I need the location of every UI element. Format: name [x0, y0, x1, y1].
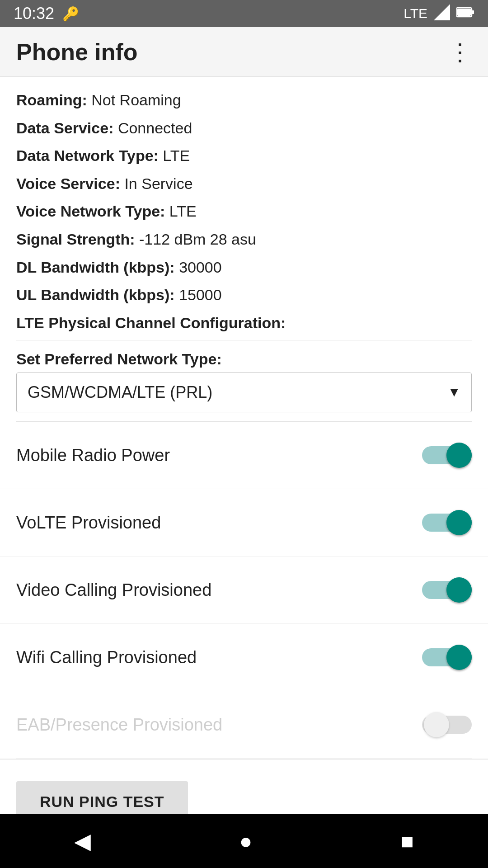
- signal-strength-row: Signal Strength: -112 dBm 28 asu: [16, 229, 472, 250]
- voice-service-row: Voice Service: In Service: [16, 173, 472, 195]
- app-bar: Phone info ⋮: [0, 27, 488, 77]
- mobile-radio-power-label: Mobile Radio Power: [16, 446, 170, 465]
- svg-rect-3: [472, 10, 474, 14]
- status-bar-left: 10:32 🔑: [14, 4, 79, 23]
- preferred-network-dropdown[interactable]: GSM/WCDMA/LTE (PRL) ▼: [16, 373, 472, 412]
- button-section: RUN PING TEST: [0, 759, 488, 814]
- dropdown-arrow-icon: ▼: [448, 385, 460, 400]
- wifi-calling-toggle[interactable]: [422, 644, 472, 671]
- video-calling-thumb: [446, 577, 472, 603]
- eab-presence-label: EAB/Presence Provisioned: [16, 715, 222, 735]
- video-calling-toggle[interactable]: [422, 576, 472, 604]
- data-service-row: Data Service: Connected: [16, 118, 472, 139]
- eab-presence-toggle[interactable]: [422, 711, 472, 738]
- voice-service-label: Voice Service:: [16, 175, 124, 192]
- voice-network-type-label: Voice Network Type:: [16, 203, 169, 220]
- home-button[interactable]: ●: [239, 829, 252, 854]
- wifi-calling-label: Wifi Calling Provisioned: [16, 648, 197, 667]
- ul-bandwidth-row: UL Bandwidth (kbps): 15000: [16, 284, 472, 306]
- volte-provisioned-label: VoLTE Provisioned: [16, 513, 161, 533]
- preferred-network-label: Set Preferred Network Type:: [0, 340, 488, 373]
- overflow-menu-icon[interactable]: ⋮: [448, 40, 472, 64]
- status-bar: 10:32 🔑 LTE: [0, 0, 488, 27]
- roaming-value: Not Roaming: [91, 91, 181, 108]
- voice-network-type-row: Voice Network Type: LTE: [16, 201, 472, 222]
- lte-indicator: LTE: [404, 6, 427, 21]
- data-network-type-row: Data Network Type: LTE: [16, 145, 472, 167]
- page-title: Phone info: [16, 38, 138, 66]
- svg-marker-1: [434, 16, 438, 20]
- video-calling-label: Video Calling Provisioned: [16, 580, 211, 600]
- dl-bandwidth-row: DL Bandwidth (kbps): 30000: [16, 257, 472, 278]
- data-service-label: Data Service:: [16, 119, 118, 137]
- recents-button[interactable]: ■: [401, 829, 414, 854]
- svg-rect-4: [457, 9, 471, 16]
- toggle-row-video-calling: Video Calling Provisioned: [0, 557, 488, 624]
- bottom-nav: ◀ ● ■: [0, 814, 488, 868]
- toggle-row-mobile-radio-power: Mobile Radio Power: [0, 422, 488, 489]
- eab-presence-thumb: [424, 712, 449, 737]
- data-network-type-value: LTE: [163, 147, 190, 164]
- signal-icon: [434, 4, 450, 24]
- mobile-radio-power-toggle[interactable]: [422, 442, 472, 469]
- ul-bandwidth-label: UL Bandwidth (kbps):: [16, 286, 179, 303]
- mobile-radio-power-thumb: [446, 443, 472, 468]
- roaming-label: Roaming:: [16, 91, 91, 108]
- lock-icon: 🔑: [62, 6, 79, 22]
- toggle-row-wifi-calling: Wifi Calling Provisioned: [0, 624, 488, 691]
- info-section: Roaming: Not Roaming Data Service: Conne…: [0, 77, 488, 334]
- ul-bandwidth-value: 15000: [179, 286, 222, 303]
- main-content: Roaming: Not Roaming Data Service: Conne…: [0, 77, 488, 814]
- toggle-row-eab-presence: EAB/Presence Provisioned: [0, 691, 488, 759]
- toggle-section: Mobile Radio Power VoLTE Provisioned Vid…: [0, 422, 488, 759]
- data-network-type-label: Data Network Type:: [16, 147, 163, 164]
- wifi-calling-thumb: [446, 645, 472, 670]
- volte-provisioned-thumb: [446, 510, 472, 535]
- signal-strength-label: Signal Strength:: [16, 231, 139, 248]
- lte-physical-row: LTE Physical Channel Configuration:: [16, 312, 472, 334]
- status-bar-right: LTE: [404, 4, 474, 24]
- voice-service-value: In Service: [124, 175, 192, 192]
- back-button[interactable]: ◀: [74, 828, 91, 854]
- roaming-row: Roaming: Not Roaming: [16, 90, 472, 111]
- lte-physical-label: LTE Physical Channel Configuration:: [16, 314, 286, 331]
- volte-provisioned-toggle[interactable]: [422, 509, 472, 536]
- signal-strength-value: -112 dBm 28 asu: [139, 231, 256, 248]
- battery-icon: [456, 6, 474, 22]
- dl-bandwidth-value: 30000: [179, 259, 222, 276]
- voice-network-type-value: LTE: [169, 203, 197, 220]
- status-time: 10:32: [14, 4, 54, 23]
- preferred-network-value: GSM/WCDMA/LTE (PRL): [28, 383, 212, 402]
- data-service-value: Connected: [118, 119, 192, 137]
- toggle-row-volte-provisioned: VoLTE Provisioned: [0, 489, 488, 557]
- run-ping-test-button[interactable]: RUN PING TEST: [16, 781, 188, 814]
- dl-bandwidth-label: DL Bandwidth (kbps):: [16, 259, 179, 276]
